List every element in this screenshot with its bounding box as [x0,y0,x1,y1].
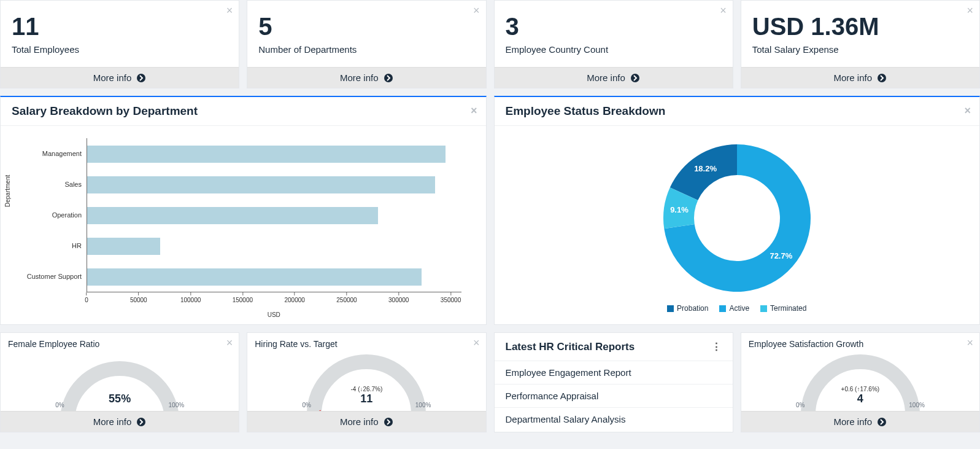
kpi-label: Employee Country Count [495,44,733,67]
arrow-circle-right-icon [877,73,887,83]
svg-point-1 [384,74,393,82]
bar-row: Customer Support [25,261,461,292]
svg-point-0 [137,74,145,82]
list-item[interactable]: Departmental Salary Analysis [495,407,733,431]
satisfaction-growth-card: × Employee Satisfaction Growth +0.6 (↑17… [741,332,980,432]
legend-item-terminated: Terminated [760,304,806,313]
more-info-label: More info [340,416,379,427]
more-info-button[interactable]: More info [1,67,239,88]
close-icon[interactable]: × [966,4,973,17]
kpi-card-salary-expense: × USD 1.36M Total Salary Expense More in… [741,0,980,88]
card-title: Latest HR Critical Reports [506,341,635,353]
bar [87,238,160,255]
x-tick: 200000 [284,292,304,303]
x-tick: 50000 [130,292,147,303]
gauge-delta: +0.6 (↑17.6%) [841,386,880,392]
x-tick: 0 [85,292,88,303]
close-icon[interactable]: × [226,337,233,349]
kpi-label: Total Salary Expense [741,44,979,67]
svg-point-4 [137,418,145,426]
arrow-circle-right-icon [630,73,640,83]
bar-category-label: Management [25,150,87,157]
employee-status-donut: 18.2%72.7%9.1% Probation Active Terminat… [495,126,980,321]
close-icon[interactable]: × [471,104,477,117]
close-icon[interactable]: × [226,4,233,17]
bar [87,268,422,286]
bar-row: Sales [25,169,461,200]
x-tick: 350000 [441,292,461,303]
bar-category-label: HR [25,242,87,249]
hiring-rate-card: × Hiring Rate vs. Target -4 (↓26.7%) 11 … [247,332,486,432]
donut-slice-label: 9.1% [670,205,689,214]
legend-item-probation: Probation [667,304,708,313]
more-info-button[interactable]: More info [741,67,979,88]
bar-category-label: Customer Support [25,273,87,280]
donut-slice-label: 72.7% [770,251,792,260]
salary-bar-chart: Department ManagementSalesOperationHRCus… [1,126,486,324]
x-tick: 300000 [388,292,409,303]
hr-reports-card: Latest HR Critical Reports ⋮ Employee En… [494,332,733,432]
kpi-card-country-count: × 3 Employee Country Count More info [494,0,733,88]
card-title: Employee Satisfaction Growth [741,333,979,353]
svg-point-5 [384,418,393,426]
list-item[interactable]: Employee Engagement Report [495,361,733,384]
gauge-delta: -4 (↓26.7%) [351,386,383,392]
svg-point-3 [878,74,886,82]
bar [87,146,446,163]
arrow-circle-right-icon [384,73,393,83]
arrow-circle-right-icon [136,417,146,427]
more-info-label: More info [834,72,873,83]
female-ratio-card: × Female Employee Ratio 55% 0%100% More … [0,332,239,432]
list-item[interactable]: Performance Appraisal [495,384,733,407]
bar-row: Operation [25,200,461,230]
more-info-button[interactable]: More info [495,67,733,88]
y-axis-label: Department [4,174,11,206]
close-icon[interactable]: × [720,4,727,17]
kpi-value: USD 1.36M [741,1,979,44]
kebab-menu-icon[interactable]: ⋮ [711,340,722,353]
bar [87,207,378,224]
arrow-circle-right-icon [136,73,146,83]
x-tick: 100000 [180,292,201,303]
more-info-label: More info [587,72,625,83]
bar [87,176,435,193]
kpi-value: 11 [1,1,239,44]
svg-point-2 [631,74,639,82]
panel-title: Salary Breakdown by Department [12,104,198,117]
bar-row: HR [25,230,461,261]
more-info-button[interactable]: More info [741,411,979,432]
bar-category-label: Operation [25,211,87,219]
card-title: Female Employee Ratio [1,333,239,353]
close-icon[interactable]: × [473,4,480,17]
arrow-circle-right-icon [384,417,393,427]
more-info-button[interactable]: More info [247,411,485,432]
arrow-circle-right-icon [877,417,887,427]
salary-breakdown-panel: Salary Breakdown by Department × Departm… [0,96,487,325]
donut-slice-label: 18.2% [694,164,717,173]
panel-title: Employee Status Breakdown [506,104,666,117]
more-info-label: More info [834,416,873,427]
more-info-label: More info [340,72,379,83]
kpi-value: 3 [495,1,733,44]
x-tick: 250000 [336,292,357,303]
bar-row: Management [25,138,461,169]
kpi-card-total-employees: × 11 Total Employees More info [0,0,239,88]
legend-item-active: Active [719,304,749,313]
kpi-label: Number of Departments [247,44,485,67]
more-info-button[interactable]: More info [247,67,485,88]
more-info-label: More info [93,72,132,83]
more-info-button[interactable]: More info [1,411,239,432]
close-icon[interactable]: × [966,337,973,349]
svg-point-6 [878,418,886,426]
card-title: Hiring Rate vs. Target [247,333,485,353]
bar-category-label: Sales [25,181,87,188]
donut-legend: Probation Active Terminated [667,304,806,313]
close-icon[interactable]: × [473,337,480,349]
employee-status-panel: Employee Status Breakdown × 18.2%72.7%9.… [494,96,981,325]
kpi-card-departments: × 5 Number of Departments More info [247,0,486,88]
kpi-label: Total Employees [1,44,239,67]
x-tick: 150000 [233,292,253,303]
more-info-label: More info [93,416,132,427]
kpi-value: 5 [247,1,485,44]
close-icon[interactable]: × [964,104,971,117]
